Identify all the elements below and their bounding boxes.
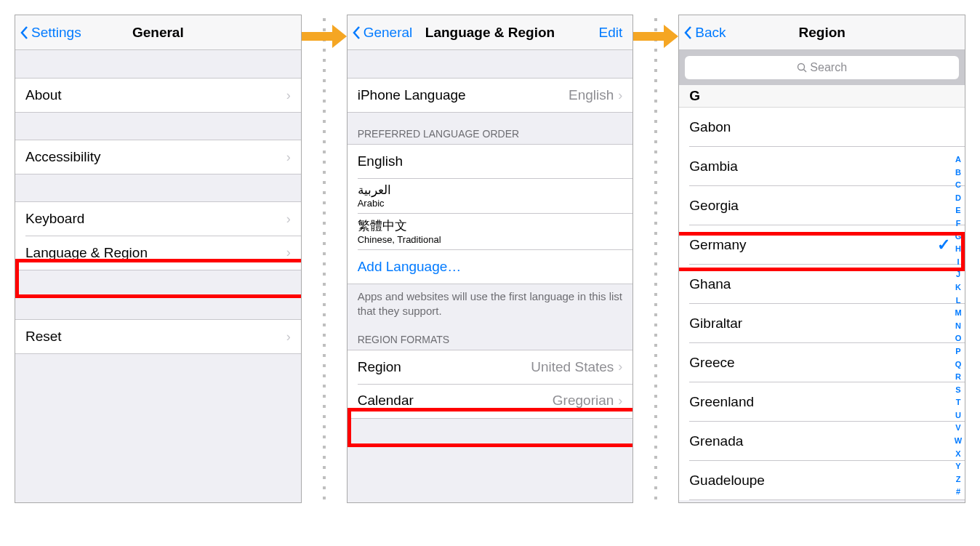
index-letter[interactable]: G	[953, 230, 963, 244]
index-letter[interactable]: T	[953, 396, 963, 409]
region-list-item[interactable]: Ghana	[679, 265, 965, 304]
index-letter[interactable]: Q	[953, 358, 963, 372]
cell-language-arabic[interactable]: العربية Arabic	[348, 178, 633, 214]
cell-label: English	[358, 153, 623, 169]
cell-language-region[interactable]: Language & Region ›	[15, 236, 301, 270]
search-icon	[797, 63, 807, 73]
region-list-item[interactable]: Greenland	[679, 382, 965, 422]
region-name: Gibraltar	[689, 316, 955, 332]
index-letter[interactable]: J	[953, 268, 963, 281]
index-letter[interactable]: D	[953, 192, 963, 205]
index-letter[interactable]: B	[953, 166, 963, 180]
chevron-right-icon: ›	[286, 212, 291, 227]
region-list-item[interactable]: Guadeloupe	[679, 461, 965, 500]
chevron-right-icon: ›	[618, 393, 622, 409]
chevron-right-icon: ›	[618, 359, 622, 374]
chevron-left-icon	[352, 25, 361, 40]
cell-label-sub: Arabic	[358, 198, 385, 209]
index-letter[interactable]: K	[953, 281, 963, 294]
svg-point-0	[798, 64, 805, 71]
region-list-item[interactable]: Gibraltar	[679, 304, 965, 343]
cell-label-sub: Chinese, Traditional	[358, 234, 441, 245]
index-letter[interactable]: R	[953, 371, 963, 384]
section-footer-text: Apps and websites will use the first lan…	[348, 284, 633, 324]
index-letter[interactable]: V	[953, 422, 963, 435]
index-letter[interactable]: C	[953, 179, 963, 192]
region-list-item[interactable]: Greece	[679, 343, 965, 382]
cell-language-chinese[interactable]: 繁體中文 Chinese, Traditional	[348, 213, 633, 250]
cell-region[interactable]: Region United States ›	[348, 350, 633, 385]
cell-reset[interactable]: Reset ›	[15, 319, 301, 354]
cell-label-native: 繁體中文	[358, 217, 407, 234]
panel-general: Settings General About › Accessibility ›…	[15, 15, 302, 503]
region-name: Greece	[689, 355, 955, 371]
search-input[interactable]: Search	[685, 56, 959, 79]
chevron-right-icon: ›	[286, 245, 291, 260]
alphabet-index-bar[interactable]: ABCDEFGHIJKLMNOPQRSTUVWXYZ#	[953, 153, 963, 499]
index-letter[interactable]: E	[953, 204, 963, 217]
region-name: Germany	[689, 237, 937, 253]
cell-label: iPhone Language	[358, 87, 569, 103]
cell-label-native: العربية	[358, 182, 391, 198]
region-list-item[interactable]: Georgia	[679, 186, 965, 225]
region-list-item[interactable]: Gabon	[679, 108, 965, 147]
region-list-item[interactable]: Gambia	[679, 147, 965, 186]
nav-edit-button[interactable]: Edit	[599, 25, 623, 41]
panel-region-list: Back Region Search G GabonGambiaGeorgiaG…	[678, 15, 965, 503]
section-header-preferred-language-order: PREFERRED LANGUAGE ORDER	[348, 112, 633, 144]
nav-back-button[interactable]: General	[352, 25, 413, 41]
chevron-left-icon	[20, 25, 28, 40]
cell-value: English	[569, 87, 614, 103]
cell-calendar[interactable]: Calendar Gregorian ›	[348, 384, 633, 419]
cell-language-english[interactable]: English	[348, 144, 633, 179]
index-letter[interactable]: Y	[953, 460, 963, 473]
index-letter[interactable]: F	[953, 217, 963, 230]
nav-bar: Back Region	[679, 15, 965, 50]
cell-value: Gregorian	[553, 393, 614, 409]
arrow-right-icon	[300, 22, 348, 51]
index-letter[interactable]: X	[953, 448, 963, 461]
list-section-header: G	[679, 85, 965, 108]
cell-about[interactable]: About ›	[15, 78, 301, 113]
nav-back-label: Back	[695, 25, 726, 41]
index-letter[interactable]: S	[953, 384, 963, 397]
cell-label: Keyboard	[25, 211, 286, 227]
region-name: Georgia	[689, 198, 955, 214]
index-letter[interactable]: O	[953, 332, 963, 345]
checkmark-icon: ✓	[937, 236, 950, 254]
index-letter[interactable]: H	[953, 243, 963, 256]
chevron-right-icon: ›	[286, 88, 291, 103]
index-letter[interactable]: P	[953, 345, 963, 358]
connector-arrow-2	[633, 15, 678, 503]
index-letter[interactable]: I	[953, 256, 963, 269]
chevron-right-icon: ›	[286, 150, 291, 165]
cell-keyboard[interactable]: Keyboard ›	[15, 201, 301, 236]
cell-label: About	[25, 87, 286, 103]
region-list-item[interactable]: Germany✓	[679, 225, 965, 265]
section-header-region-formats: REGION FORMATS	[348, 324, 633, 350]
index-letter[interactable]: Z	[953, 473, 963, 486]
index-letter[interactable]: N	[953, 320, 963, 333]
nav-back-button[interactable]: Settings	[20, 25, 81, 41]
index-letter[interactable]: U	[953, 409, 963, 422]
region-name: Guadeloupe	[689, 473, 955, 489]
chevron-right-icon: ›	[286, 329, 291, 345]
index-letter[interactable]: M	[953, 307, 963, 320]
dotted-divider	[322, 15, 326, 503]
cell-accessibility[interactable]: Accessibility ›	[15, 140, 301, 174]
index-letter[interactable]: W	[953, 435, 963, 448]
region-list-item[interactable]: Grenada	[679, 422, 965, 461]
region-name: Grenada	[689, 433, 955, 449]
region-list: GabonGambiaGeorgiaGermany✓GhanaGibraltar…	[679, 108, 965, 500]
arrow-right-icon	[632, 22, 680, 51]
index-letter[interactable]: A	[953, 153, 963, 166]
chevron-right-icon: ›	[618, 88, 622, 103]
nav-back-button[interactable]: Back	[683, 25, 742, 41]
cell-label: Region	[358, 359, 531, 375]
cell-add-language[interactable]: Add Language…	[348, 249, 633, 284]
nav-bar: General Language & Region Edit	[348, 15, 633, 50]
cell-label: Reset	[25, 329, 286, 345]
index-letter[interactable]: L	[953, 294, 963, 308]
cell-iphone-language[interactable]: iPhone Language English ›	[348, 78, 633, 113]
index-letter[interactable]: #	[953, 486, 963, 499]
